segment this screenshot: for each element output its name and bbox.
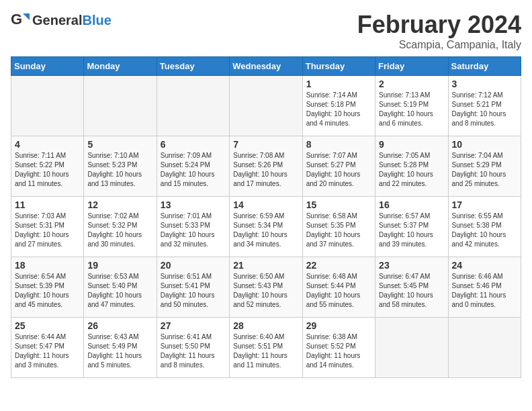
- day-number: 5: [87, 139, 152, 150]
- day-detail: Sunrise: 6:38 AM Sunset: 5:52 PM Dayligh…: [306, 332, 371, 370]
- day-number: 11: [15, 199, 80, 210]
- day-number: 15: [306, 199, 371, 210]
- calendar-cell: 9Sunrise: 7:05 AM Sunset: 5:28 PM Daylig…: [375, 136, 448, 197]
- svg-marker-1: [23, 13, 30, 20]
- calendar-cell: 12Sunrise: 7:02 AM Sunset: 5:32 PM Dayli…: [84, 197, 157, 257]
- day-number: 18: [15, 260, 80, 271]
- calendar-week-4: 25Sunrise: 6:44 AM Sunset: 5:47 PM Dayli…: [11, 318, 521, 378]
- logo: G GeneralBlue: [11, 11, 112, 30]
- calendar-cell: 6Sunrise: 7:09 AM Sunset: 5:24 PM Daylig…: [157, 136, 229, 197]
- calendar-cell: 26Sunrise: 6:43 AM Sunset: 5:49 PM Dayli…: [84, 318, 157, 378]
- calendar-week-3: 18Sunrise: 6:54 AM Sunset: 5:39 PM Dayli…: [11, 257, 521, 318]
- calendar-cell: 28Sunrise: 6:40 AM Sunset: 5:51 PM Dayli…: [230, 318, 302, 378]
- day-detail: Sunrise: 7:12 AM Sunset: 5:21 PM Dayligh…: [452, 91, 517, 128]
- page-title: February 2024: [357, 11, 521, 39]
- header-friday: Friday: [375, 57, 448, 76]
- day-number: 1: [306, 79, 371, 89]
- logo-blue: Blue: [82, 13, 111, 28]
- day-number: 2: [379, 79, 444, 89]
- day-detail: Sunrise: 7:11 AM Sunset: 5:22 PM Dayligh…: [15, 151, 80, 189]
- day-detail: Sunrise: 6:40 AM Sunset: 5:51 PM Dayligh…: [233, 332, 298, 370]
- title-area: February 2024 Scampia, Campania, Italy: [357, 11, 521, 51]
- calendar-cell: 18Sunrise: 6:54 AM Sunset: 5:39 PM Dayli…: [11, 257, 84, 318]
- calendar-cell: 14Sunrise: 6:59 AM Sunset: 5:34 PM Dayli…: [230, 197, 302, 257]
- day-detail: Sunrise: 6:41 AM Sunset: 5:50 PM Dayligh…: [161, 332, 226, 370]
- calendar-cell: [84, 76, 157, 136]
- day-detail: Sunrise: 6:46 AM Sunset: 5:46 PM Dayligh…: [452, 272, 517, 310]
- calendar-cell: 13Sunrise: 7:01 AM Sunset: 5:33 PM Dayli…: [157, 197, 229, 257]
- calendar-table: SundayMondayTuesdayWednesdayThursdayFrid…: [11, 56, 521, 378]
- calendar-cell: [230, 76, 302, 136]
- day-detail: Sunrise: 7:08 AM Sunset: 5:26 PM Dayligh…: [233, 151, 298, 189]
- calendar-cell: 19Sunrise: 6:53 AM Sunset: 5:40 PM Dayli…: [84, 257, 157, 318]
- calendar-cell: 27Sunrise: 6:41 AM Sunset: 5:50 PM Dayli…: [157, 318, 229, 378]
- day-number: 23: [379, 260, 444, 271]
- calendar-week-1: 4Sunrise: 7:11 AM Sunset: 5:22 PM Daylig…: [11, 136, 521, 197]
- calendar-cell: 16Sunrise: 6:57 AM Sunset: 5:37 PM Dayli…: [375, 197, 448, 257]
- subtitle: Scampia, Campania, Italy: [357, 39, 521, 51]
- day-detail: Sunrise: 6:47 AM Sunset: 5:45 PM Dayligh…: [379, 272, 444, 310]
- calendar-week-2: 11Sunrise: 7:03 AM Sunset: 5:31 PM Dayli…: [11, 197, 521, 257]
- header-wednesday: Wednesday: [230, 57, 302, 76]
- calendar-cell: 24Sunrise: 6:46 AM Sunset: 5:46 PM Dayli…: [448, 257, 521, 318]
- day-number: 28: [233, 320, 298, 331]
- calendar-cell: 7Sunrise: 7:08 AM Sunset: 5:26 PM Daylig…: [230, 136, 302, 197]
- day-detail: Sunrise: 7:04 AM Sunset: 5:29 PM Dayligh…: [452, 151, 517, 189]
- day-detail: Sunrise: 6:54 AM Sunset: 5:39 PM Dayligh…: [15, 272, 80, 310]
- day-detail: Sunrise: 6:59 AM Sunset: 5:34 PM Dayligh…: [233, 212, 298, 249]
- day-detail: Sunrise: 7:13 AM Sunset: 5:19 PM Dayligh…: [379, 91, 444, 128]
- day-number: 10: [452, 139, 517, 150]
- day-number: 17: [452, 199, 517, 210]
- header-tuesday: Tuesday: [157, 57, 229, 76]
- day-detail: Sunrise: 7:05 AM Sunset: 5:28 PM Dayligh…: [379, 151, 444, 189]
- day-detail: Sunrise: 7:01 AM Sunset: 5:33 PM Dayligh…: [161, 212, 226, 249]
- day-number: 8: [306, 139, 371, 150]
- day-number: 22: [306, 260, 371, 271]
- calendar-cell: 17Sunrise: 6:55 AM Sunset: 5:38 PM Dayli…: [448, 197, 521, 257]
- day-number: 14: [233, 199, 298, 210]
- day-number: 16: [379, 199, 444, 210]
- calendar-cell: 3Sunrise: 7:12 AM Sunset: 5:21 PM Daylig…: [448, 76, 521, 136]
- header: G GeneralBlue February 2024 Scampia, Cam…: [11, 11, 521, 51]
- calendar-cell: 25Sunrise: 6:44 AM Sunset: 5:47 PM Dayli…: [11, 318, 84, 378]
- day-number: 26: [87, 320, 152, 331]
- day-detail: Sunrise: 7:02 AM Sunset: 5:32 PM Dayligh…: [87, 212, 152, 249]
- day-number: 7: [233, 139, 298, 150]
- day-number: 13: [161, 199, 226, 210]
- calendar-cell: 11Sunrise: 7:03 AM Sunset: 5:31 PM Dayli…: [11, 197, 84, 257]
- day-number: 9: [379, 139, 444, 150]
- day-number: 27: [161, 320, 226, 331]
- header-monday: Monday: [84, 57, 157, 76]
- header-saturday: Saturday: [448, 57, 521, 76]
- day-detail: Sunrise: 6:44 AM Sunset: 5:47 PM Dayligh…: [15, 332, 80, 370]
- calendar-cell: 5Sunrise: 7:10 AM Sunset: 5:23 PM Daylig…: [84, 136, 157, 197]
- calendar-cell: 4Sunrise: 7:11 AM Sunset: 5:22 PM Daylig…: [11, 136, 84, 197]
- day-number: 19: [87, 260, 152, 271]
- calendar-cell: 1Sunrise: 7:14 AM Sunset: 5:18 PM Daylig…: [302, 76, 375, 136]
- header-thursday: Thursday: [302, 57, 375, 76]
- day-number: 21: [233, 260, 298, 271]
- day-detail: Sunrise: 6:48 AM Sunset: 5:44 PM Dayligh…: [306, 272, 371, 310]
- calendar-cell: 23Sunrise: 6:47 AM Sunset: 5:45 PM Dayli…: [375, 257, 448, 318]
- day-number: 20: [161, 260, 226, 271]
- calendar-cell: [157, 76, 229, 136]
- day-number: 29: [306, 320, 371, 331]
- header-sunday: Sunday: [11, 57, 84, 76]
- day-detail: Sunrise: 7:14 AM Sunset: 5:18 PM Dayligh…: [306, 91, 371, 128]
- day-detail: Sunrise: 6:57 AM Sunset: 5:37 PM Dayligh…: [379, 212, 444, 249]
- svg-text:G: G: [11, 11, 22, 28]
- calendar-cell: 10Sunrise: 7:04 AM Sunset: 5:29 PM Dayli…: [448, 136, 521, 197]
- day-detail: Sunrise: 6:55 AM Sunset: 5:38 PM Dayligh…: [452, 212, 517, 249]
- day-detail: Sunrise: 7:09 AM Sunset: 5:24 PM Dayligh…: [161, 151, 226, 189]
- day-detail: Sunrise: 7:03 AM Sunset: 5:31 PM Dayligh…: [15, 212, 80, 249]
- day-detail: Sunrise: 6:53 AM Sunset: 5:40 PM Dayligh…: [87, 272, 152, 310]
- calendar-cell: 8Sunrise: 7:07 AM Sunset: 5:27 PM Daylig…: [302, 136, 375, 197]
- day-number: 25: [15, 320, 80, 331]
- calendar-week-0: 1Sunrise: 7:14 AM Sunset: 5:18 PM Daylig…: [11, 76, 521, 136]
- logo-general: General: [32, 13, 82, 28]
- logo-icon: G: [11, 11, 30, 30]
- calendar-cell: 21Sunrise: 6:50 AM Sunset: 5:43 PM Dayli…: [230, 257, 302, 318]
- calendar-cell: [11, 76, 84, 136]
- day-detail: Sunrise: 6:58 AM Sunset: 5:35 PM Dayligh…: [306, 212, 371, 249]
- day-number: 12: [87, 199, 152, 210]
